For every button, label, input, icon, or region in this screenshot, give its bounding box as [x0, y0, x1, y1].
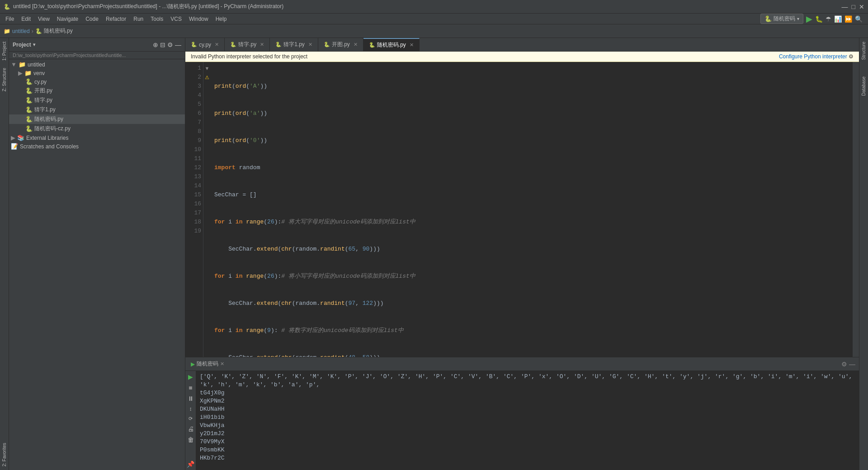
tab-structure-right[interactable]: Structure	[860, 38, 867, 64]
tree-item-cy[interactable]: 🐍 cy.py	[9, 77, 185, 86]
tab-label-kaitu: 开图.py	[332, 41, 350, 48]
breadcrumb-project[interactable]: untitled	[12, 28, 30, 34]
tab-close-caizi1[interactable]: ✕	[308, 42, 312, 47]
minimize-button[interactable]: —	[842, 3, 848, 10]
run-settings-icon[interactable]: ⚙	[841, 361, 847, 368]
menu-refactor[interactable]: Refactor	[102, 15, 130, 23]
tree-item-suiji[interactable]: 🐍 随机密码.py	[9, 114, 185, 124]
run-pause-button[interactable]: ⏸	[186, 394, 196, 404]
run-config-label: 随机密码	[774, 15, 795, 23]
editor-scrollbar[interactable]	[853, 62, 859, 357]
menu-view[interactable]: View	[34, 15, 53, 23]
maximize-button[interactable]: □	[852, 3, 855, 10]
code-editor[interactable]: 12345 678910 1112131415 16171819 ▼ ⚠ pri…	[185, 62, 859, 357]
tree-label-cy: cy.py	[34, 79, 47, 85]
search-everywhere-button[interactable]: 🔍	[855, 15, 863, 23]
output-password-5: VbwKHja	[200, 422, 855, 430]
configure-interpreter-anchor[interactable]: Configure Python interpreter	[779, 53, 847, 60]
run-panel-actions: ⚙ —	[841, 361, 859, 368]
run-pin-button[interactable]: 📌	[185, 459, 196, 469]
run-tab-close[interactable]: ✕	[220, 361, 224, 367]
output-password-3: DKUNaHH	[200, 405, 855, 413]
tree-item-root[interactable]: ▼ 📁 untitled	[9, 60, 185, 69]
tree-item-caizi[interactable]: 🐍 猜字.py	[9, 95, 185, 105]
menu-window[interactable]: Window	[185, 15, 212, 23]
tab-project[interactable]: 1: Project	[1, 38, 8, 64]
tab-close-caizi[interactable]: ✕	[260, 42, 264, 47]
caizi1-file-icon: 🐍	[25, 106, 33, 113]
run-tab-arrow-icon: ▶	[191, 361, 195, 367]
coverage-button[interactable]: ☂	[826, 15, 831, 23]
run-trash-button[interactable]: 🗑	[186, 435, 196, 445]
menu-edit[interactable]: Edit	[18, 15, 34, 23]
tab-structure-left[interactable]: Z: Structure	[1, 64, 8, 95]
expand-icon: ▼	[11, 61, 17, 68]
tree-label-root: untitled	[28, 62, 45, 68]
menu-file[interactable]: File	[2, 15, 18, 23]
tree-item-kaitu[interactable]: 🐍 开图.py	[9, 86, 185, 95]
run-play-button[interactable]: ▶	[806, 14, 812, 24]
code-line-7: SecChar.extend(chr(random.randint(65, 90…	[214, 245, 849, 254]
title-bar-controls[interactable]: — □ ✕	[842, 3, 864, 10]
tab-icon-suiji: 🐍	[369, 42, 375, 48]
run-config-selector[interactable]: 🐍 随机密码 ▾	[760, 14, 803, 24]
project-breadcrumb-icon: 📁	[4, 28, 10, 34]
tree-item-caizi1[interactable]: 🐍 猜字1.py	[9, 105, 185, 114]
project-gear-icon[interactable]: ⚙	[167, 41, 173, 48]
breadcrumb-separator: ›	[32, 28, 33, 34]
tree-item-suijicz[interactable]: 🐍 随机密码-cz.py	[9, 124, 185, 133]
project-close-icon[interactable]: —	[175, 41, 181, 48]
code-content[interactable]: print(ord('A')) print(ord('a')) print(or…	[211, 62, 853, 357]
run-softref-button[interactable]: ⟳	[187, 414, 194, 423]
tree-item-extlib[interactable]: ▶ 📚 External Libraries	[9, 133, 185, 142]
project-collapse-icon[interactable]: ⊟	[160, 41, 165, 48]
code-line-10: for i in range(9): # 将数字对应的unicode码添加到对应…	[214, 326, 849, 335]
code-line-11: SecChar.extend(chr(random.randint(48, 58…	[214, 353, 849, 357]
tab-close-suiji[interactable]: ✕	[410, 42, 414, 48]
configure-interpreter-link[interactable]: Configure Python interpreter ⚙	[779, 53, 854, 60]
code-line-3: print(ord('0'))	[214, 136, 849, 145]
tab-kaitu[interactable]: 🐍 开图.py ✕	[318, 38, 363, 52]
tab-cy[interactable]: 🐍 cy.py ✕	[185, 38, 225, 52]
profile-button[interactable]: 📊	[834, 15, 842, 23]
menu-navigate[interactable]: Navigate	[53, 15, 82, 23]
tree-item-venv[interactable]: ▶ 📁 venv	[9, 69, 185, 77]
project-settings-icon[interactable]: ⊕	[153, 41, 158, 48]
tab-caizi1[interactable]: 🐍 猜字1.py ✕	[270, 38, 318, 52]
menu-help[interactable]: Help	[212, 15, 231, 23]
editor-toolbar: 📁 untitled › 🐍 随机密码.py	[0, 24, 868, 38]
tab-caizi[interactable]: 🐍 猜字.py ✕	[225, 38, 270, 52]
tab-close-kaitu[interactable]: ✕	[354, 42, 358, 47]
tab-label-caizi: 猜字.py	[238, 41, 256, 48]
project-folder-icon: 📁	[19, 61, 26, 68]
run-stop-button[interactable]: ■	[187, 383, 194, 393]
tab-favorites[interactable]: 2: Favorites	[1, 439, 8, 470]
run-panel-minimize[interactable]: —	[849, 361, 855, 368]
run-print-button[interactable]: 🖨	[186, 424, 196, 434]
project-header-actions: ⊕ ⊟ ⚙ —	[153, 41, 181, 48]
tab-close-cy[interactable]: ✕	[215, 42, 219, 47]
output-list-line: ['Q', 'K', 'Z', 'N', 'F', 'K', 'M', 'K',…	[200, 373, 855, 389]
caizi-file-icon: 🐍	[25, 97, 33, 104]
run-tab-run[interactable]: ▶ 随机密码 ✕	[185, 357, 230, 371]
vcs-button[interactable]: ⏩	[844, 15, 852, 23]
debug-button[interactable]: 🐛	[815, 15, 823, 23]
menu-vcs[interactable]: VCS	[167, 15, 185, 23]
menu-tools[interactable]: Tools	[147, 15, 167, 23]
output-password-8: P0smbKK	[200, 446, 855, 454]
tab-icon-caizi1: 🐍	[275, 42, 282, 47]
tree-label-venv: venv	[33, 70, 45, 76]
tree-item-scratches[interactable]: 📝 Scratches and Consoles	[9, 142, 185, 151]
project-dropdown-icon[interactable]: ▾	[33, 42, 35, 47]
run-restart-button[interactable]: ▶	[186, 372, 195, 382]
run-scroll-button[interactable]: ↕	[188, 404, 194, 413]
close-button[interactable]: ✕	[859, 3, 864, 10]
menu-run[interactable]: Run	[130, 15, 147, 23]
tab-suiji[interactable]: 🐍 随机密码.py ✕	[363, 38, 420, 52]
expand-icon-extlib: ▶	[11, 134, 15, 141]
menu-code[interactable]: Code	[82, 15, 102, 23]
breadcrumb-file[interactable]: 随机密码.py	[44, 27, 73, 35]
tab-database[interactable]: Database	[860, 73, 867, 100]
run-tabs: ▶ 随机密码 ✕ ⚙ —	[185, 357, 859, 371]
output-password-1: tG4jX0g	[200, 389, 855, 397]
